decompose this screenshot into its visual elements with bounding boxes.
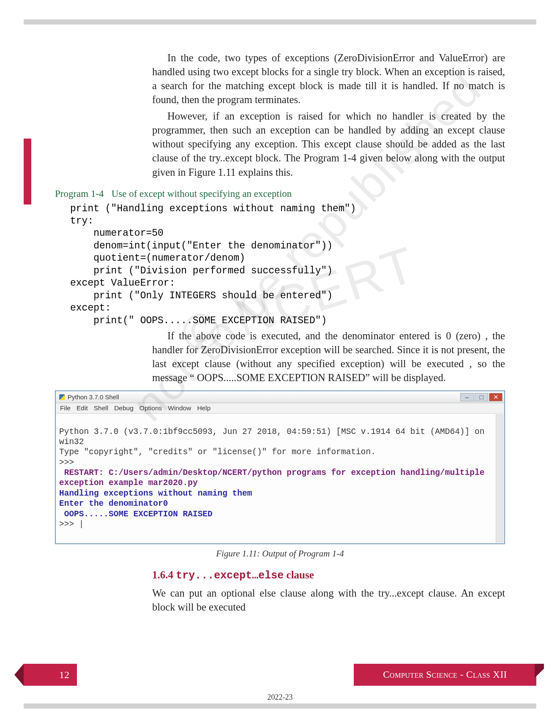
python-icon <box>59 394 65 400</box>
shell-out-2: Enter the denominator0 <box>59 499 168 508</box>
p2-text: However, if an exception is raised for w… <box>152 110 505 177</box>
program-header: Program 1-4 Use of except without specif… <box>55 188 505 199</box>
shell-body: Python 3.7.0 (v3.7.0:1bf9cc5093, Jun 27 … <box>56 414 504 543</box>
program-title: Use of except without specifying an exce… <box>112 188 292 199</box>
shell-prompt-2: >>> | <box>59 520 84 529</box>
p1-text: In the code, two types of exceptions (Ze… <box>152 52 505 105</box>
shell-restart: RESTART: C:/Users/admin/Desktop/NCERT/py… <box>59 468 489 488</box>
page-edge-bottom <box>24 703 536 709</box>
scrollbar[interactable] <box>496 414 503 543</box>
body-paragraph-2: However, if an exception is raised for w… <box>152 109 505 179</box>
page-number-badge: 12 <box>24 664 77 686</box>
menu-edit[interactable]: Edit <box>76 404 88 412</box>
figure-caption: Figure 1.11: Output of Program 1-4 <box>55 548 505 559</box>
body-paragraph-1: In the code, two types of exceptions (Ze… <box>152 51 505 106</box>
shell-line-type: Type "copyright", "credits" or "license(… <box>59 447 376 457</box>
p4-text: We can put an optional else clause along… <box>152 587 505 613</box>
program-code: print ("Handling exceptions without nami… <box>70 203 505 327</box>
subsection-num: 1.6.4 <box>152 569 173 581</box>
subsection-heading: 1.6.4 try...except…else clause <box>152 569 505 582</box>
page-edge-top <box>24 19 536 25</box>
shell-prompt-1: >>> <box>59 458 74 467</box>
shell-out-3: OOPS.....SOME EXCEPTION RAISED <box>59 510 213 519</box>
menu-help[interactable]: Help <box>197 404 210 412</box>
shell-window: Python 3.7.0 Shell – □ ✕ File Edit Shell… <box>55 390 505 544</box>
window-minimize-icon[interactable]: – <box>460 393 474 401</box>
page: © NCERT not to be republished In the cod… <box>0 0 560 728</box>
p3-text: If the above code is executed, and the d… <box>152 330 505 383</box>
shell-app-title: Python 3.7.0 Shell <box>59 393 119 401</box>
shell-title-text: Python 3.7.0 Shell <box>68 393 119 401</box>
page-number: 12 <box>59 669 69 681</box>
book-title: Computer Science - Class XII <box>383 669 507 680</box>
menu-window[interactable]: Window <box>168 404 191 412</box>
shell-titlebar: Python 3.7.0 Shell – □ ✕ <box>56 391 504 403</box>
shell-menubar: File Edit Shell Debug Options Window Hel… <box>56 403 504 414</box>
menu-options[interactable]: Options <box>139 404 162 412</box>
footer-year: 2022-23 <box>0 693 560 702</box>
subsection-tail: clause <box>284 569 314 581</box>
subsection-code: try...except…else <box>176 570 284 582</box>
program-label: Program 1-4 <box>55 188 104 199</box>
shell-line-version: Python 3.7.0 (v3.7.0:1bf9cc5093, Jun 27 … <box>59 427 489 447</box>
page-edge-left <box>24 139 31 204</box>
shell-out-1: Handling exceptions without naming them <box>59 489 252 498</box>
window-buttons: – □ ✕ <box>460 393 503 401</box>
menu-shell[interactable]: Shell <box>94 404 108 412</box>
window-close-icon[interactable]: ✕ <box>489 393 503 401</box>
body-paragraph-4: We can put an optional else clause along… <box>152 586 505 614</box>
menu-file[interactable]: File <box>60 404 71 412</box>
window-maximize-icon[interactable]: □ <box>475 393 488 401</box>
body-paragraph-3: If the above code is executed, and the d… <box>152 329 505 384</box>
book-title-badge: Computer Science - Class XII <box>354 664 536 686</box>
menu-debug[interactable]: Debug <box>114 404 134 412</box>
